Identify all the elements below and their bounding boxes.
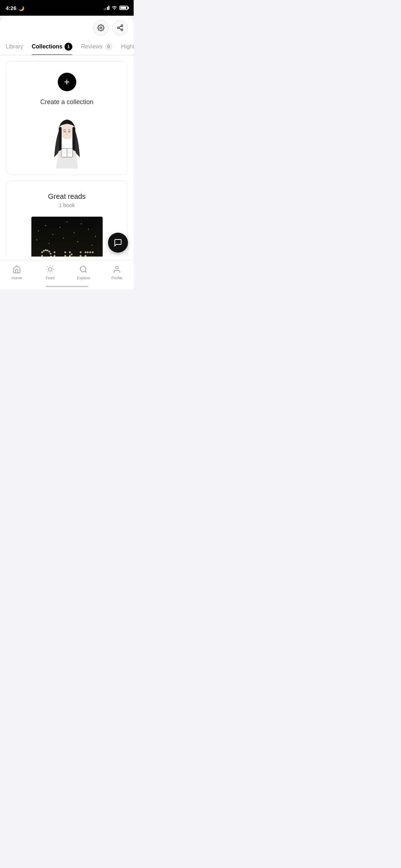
collection-name: Great reads bbox=[48, 192, 86, 201]
svg-point-63 bbox=[79, 252, 81, 253]
feed-icon bbox=[45, 264, 55, 274]
svg-rect-19 bbox=[31, 217, 103, 257]
status-icons bbox=[104, 5, 128, 11]
nav-profile[interactable]: Profile bbox=[100, 264, 134, 280]
svg-point-74 bbox=[89, 252, 91, 253]
svg-line-110 bbox=[47, 267, 48, 267]
svg-point-38 bbox=[53, 252, 55, 253]
svg-point-118 bbox=[115, 266, 118, 269]
tab-highlights[interactable]: Highlig... bbox=[121, 39, 134, 54]
svg-point-2 bbox=[118, 27, 119, 29]
time-label: 4:26 bbox=[6, 5, 16, 11]
svg-point-73 bbox=[87, 252, 88, 253]
svg-point-91 bbox=[48, 243, 50, 244]
nav-explore-label: Explore bbox=[77, 276, 90, 280]
nav-home-label: Home bbox=[11, 276, 22, 280]
svg-point-28 bbox=[45, 249, 46, 251]
svg-line-115 bbox=[52, 267, 53, 267]
nav-home[interactable]: Home bbox=[0, 264, 34, 280]
svg-point-75 bbox=[92, 252, 93, 253]
nav-feed[interactable]: Feed bbox=[34, 264, 67, 280]
svg-point-107 bbox=[48, 268, 52, 271]
svg-point-85 bbox=[66, 222, 67, 223]
reader-illustration bbox=[38, 114, 96, 171]
svg-point-52 bbox=[64, 252, 66, 253]
svg-point-0 bbox=[100, 27, 102, 29]
chat-fab[interactable] bbox=[108, 233, 128, 253]
battery-icon bbox=[119, 6, 128, 10]
tab-bar: Library Collections 1 Reviews 0 Highlig.… bbox=[0, 38, 134, 55]
svg-point-27 bbox=[43, 250, 45, 252]
svg-point-1 bbox=[121, 25, 123, 27]
status-bar: 4:26 bbox=[0, 0, 134, 16]
collections-list: + Create a collection bbox=[0, 55, 134, 257]
bottom-navigation: Home Feed Explore bbox=[0, 260, 134, 289]
svg-rect-8 bbox=[72, 127, 75, 153]
signal-icon bbox=[104, 6, 110, 10]
svg-point-53 bbox=[69, 252, 71, 253]
svg-point-87 bbox=[81, 223, 82, 224]
svg-point-22 bbox=[41, 252, 43, 253]
svg-rect-7 bbox=[58, 127, 61, 153]
svg-point-68 bbox=[84, 252, 86, 253]
collection-count: 1 book bbox=[59, 202, 75, 208]
reviews-badge: 0 bbox=[105, 43, 113, 51]
svg-point-83 bbox=[52, 234, 53, 235]
svg-line-5 bbox=[119, 26, 121, 27]
svg-point-31 bbox=[50, 253, 51, 255]
svg-point-84 bbox=[59, 227, 60, 228]
create-collection-label: Create a collection bbox=[40, 98, 93, 106]
add-collection-button[interactable]: + bbox=[58, 73, 76, 91]
nav-profile-label: Profile bbox=[112, 276, 123, 280]
settings-button[interactable] bbox=[93, 20, 109, 36]
svg-point-3 bbox=[121, 29, 123, 31]
explore-icon bbox=[78, 264, 88, 274]
svg-point-92 bbox=[63, 238, 64, 239]
svg-point-29 bbox=[46, 250, 48, 252]
svg-point-30 bbox=[48, 251, 50, 253]
wifi-icon bbox=[112, 5, 117, 11]
svg-point-81 bbox=[38, 231, 39, 232]
profile-icon bbox=[112, 264, 122, 274]
nav-explore[interactable]: Explore bbox=[67, 264, 101, 280]
main-content: Library Collections 1 Reviews 0 Highlig.… bbox=[0, 16, 134, 260]
svg-line-114 bbox=[47, 272, 48, 272]
tab-library[interactable]: Library bbox=[6, 39, 23, 54]
home-icon bbox=[12, 264, 22, 274]
tab-collections[interactable]: Collections 1 bbox=[32, 38, 72, 55]
dune-book-cover bbox=[31, 217, 103, 257]
svg-point-88 bbox=[88, 229, 89, 230]
svg-point-89 bbox=[95, 236, 96, 237]
svg-point-82 bbox=[45, 225, 46, 226]
svg-point-116 bbox=[80, 266, 86, 272]
moon-icon bbox=[19, 5, 24, 11]
svg-point-93 bbox=[77, 241, 78, 242]
svg-line-4 bbox=[119, 28, 121, 29]
svg-point-90 bbox=[36, 239, 37, 241]
nav-feed-label: Feed bbox=[46, 276, 55, 280]
create-collection-card[interactable]: + Create a collection bbox=[6, 61, 128, 175]
plus-icon: + bbox=[64, 77, 70, 87]
svg-line-111 bbox=[52, 272, 53, 272]
status-time: 4:26 bbox=[6, 5, 24, 11]
svg-point-58 bbox=[71, 254, 72, 255]
svg-point-86 bbox=[73, 232, 74, 233]
header-actions bbox=[0, 16, 134, 36]
svg-line-117 bbox=[85, 271, 87, 273]
collections-badge: 1 bbox=[65, 43, 72, 51]
svg-point-94 bbox=[91, 245, 92, 246]
tab-reviews[interactable]: Reviews 0 bbox=[81, 38, 112, 55]
share-button[interactable] bbox=[112, 20, 128, 36]
home-indicator bbox=[46, 286, 88, 287]
